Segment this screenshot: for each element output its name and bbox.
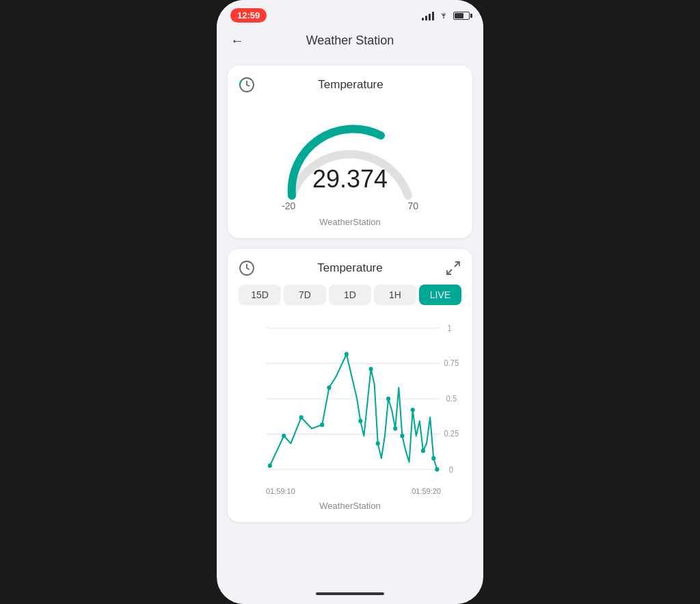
gauge-min-label: -20: [282, 200, 295, 211]
svg-point-23: [376, 441, 380, 446]
svg-text:1: 1: [448, 324, 452, 332]
gauge-card-source: WeatherStation: [239, 217, 461, 227]
chart-card-title: Temperature: [255, 261, 445, 275]
expand-icon[interactable]: [445, 260, 461, 276]
svg-point-19: [327, 385, 331, 390]
signal-icon: [422, 11, 434, 21]
page-title: Weather Station: [306, 34, 394, 48]
gauge-history-icon[interactable]: [239, 77, 255, 93]
gauge-value: 29.374: [312, 165, 388, 194]
chart-x-label-end: 01:59:20: [412, 487, 441, 495]
time-btn-15d[interactable]: 15D: [239, 285, 281, 305]
svg-line-4: [447, 270, 452, 274]
phone-frame: 12:59 ← Weather Station: [217, 0, 483, 604]
gauge-labels: -20 70: [282, 200, 418, 211]
home-bar: [316, 592, 384, 595]
gauge-container: 29.374 -20 70: [239, 101, 461, 211]
status-time: 12:59: [230, 8, 267, 23]
svg-point-16: [282, 434, 286, 438]
content-area: Temperature 29.374 -20 70 WeatherStation: [217, 59, 483, 583]
chart-history-icon[interactable]: [239, 260, 255, 276]
time-btn-1h[interactable]: 1H: [374, 285, 416, 305]
svg-point-27: [411, 408, 415, 412]
svg-text:0.25: 0.25: [444, 430, 459, 438]
svg-point-20: [345, 352, 349, 357]
chart-x-label-start: 01:59:10: [266, 487, 295, 495]
svg-point-24: [386, 397, 390, 402]
header: ← Weather Station: [217, 27, 483, 59]
gauge-card-header: Temperature: [239, 77, 461, 93]
svg-point-17: [299, 415, 304, 420]
svg-text:0.75: 0.75: [444, 359, 459, 367]
svg-point-25: [393, 426, 397, 431]
chart-svg: 1 0.75 0.5 0.25 0: [239, 313, 461, 484]
svg-point-21: [358, 419, 362, 423]
time-btn-7d[interactable]: 7D: [284, 285, 326, 305]
gauge-max-label: 70: [407, 200, 418, 211]
back-button[interactable]: ←: [230, 33, 244, 49]
battery-icon: [453, 12, 470, 20]
chart-card-source: WeatherStation: [239, 501, 461, 511]
svg-point-22: [369, 367, 373, 371]
chart-card: Temperature 15D 7D 1D 1H LIVE: [228, 249, 472, 522]
chart-area: 1 0.75 0.5 0.25 0: [239, 313, 461, 484]
svg-line-3: [455, 262, 459, 267]
status-bar: 12:59: [217, 0, 483, 27]
svg-point-30: [435, 467, 439, 472]
time-range-selector: 15D 7D 1D 1H LIVE: [239, 285, 461, 305]
svg-point-28: [421, 449, 425, 454]
gauge-card: Temperature 29.374 -20 70 WeatherStation: [228, 66, 472, 238]
svg-point-15: [268, 464, 272, 469]
svg-point-0: [443, 17, 444, 18]
svg-text:0.5: 0.5: [446, 395, 457, 403]
wifi-icon: [438, 10, 449, 21]
svg-point-29: [431, 456, 435, 461]
svg-point-26: [400, 434, 404, 438]
time-btn-1d[interactable]: 1D: [329, 285, 371, 305]
svg-text:0: 0: [449, 465, 453, 473]
chart-card-header: Temperature: [239, 260, 461, 276]
status-icons: [422, 10, 470, 21]
gauge-card-title: Temperature: [255, 78, 446, 92]
svg-point-18: [320, 423, 324, 428]
time-btn-live[interactable]: LIVE: [419, 285, 461, 305]
chart-x-labels: 01:59:10 01:59:20: [239, 484, 461, 495]
home-indicator: [217, 583, 483, 604]
